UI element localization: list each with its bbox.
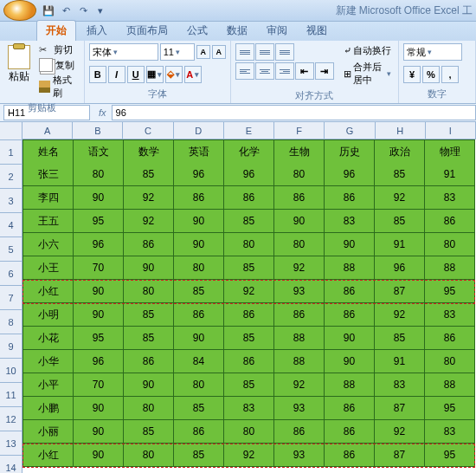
cell[interactable]: 85 [224, 256, 274, 280]
column-header[interactable]: E [224, 122, 274, 139]
row-header[interactable]: 4 [0, 213, 23, 237]
cell[interactable]: 小王 [23, 256, 74, 280]
cell[interactable]: 85 [224, 327, 274, 350]
font-name-combo[interactable]: 宋体 [89, 43, 158, 61]
align-middle-button[interactable] [255, 43, 274, 61]
cell[interactable]: 86 [124, 350, 174, 373]
tab-1[interactable]: 插入 [78, 21, 116, 41]
underline-button[interactable]: U [127, 66, 145, 83]
cell[interactable]: 90 [74, 280, 124, 303]
cell[interactable]: 88 [425, 373, 475, 397]
row-header[interactable]: 7 [0, 286, 23, 310]
cell[interactable]: 80 [224, 233, 274, 256]
row-header[interactable]: 11 [0, 383, 23, 407]
cell[interactable]: 小鹏 [23, 397, 74, 420]
cell[interactable]: 91 [375, 350, 425, 373]
cell[interactable]: 83 [425, 420, 475, 444]
cell[interactable]: 85 [124, 420, 174, 444]
cell[interactable]: 83 [425, 303, 475, 327]
cell[interactable]: 88 [325, 373, 375, 397]
wrap-text-button[interactable]: ⤶自动换行 [340, 42, 395, 59]
cell[interactable]: 85 [174, 280, 224, 303]
cell[interactable]: 李四 [23, 186, 74, 210]
align-center-button[interactable] [255, 62, 274, 80]
cell[interactable]: 84 [174, 350, 224, 373]
cell[interactable]: 86 [174, 303, 224, 327]
cell[interactable]: 80 [174, 256, 224, 280]
fx-icon[interactable]: fx [93, 107, 112, 118]
fill-color-button[interactable]: ⬙ [165, 66, 183, 83]
cell[interactable]: 91 [375, 233, 425, 256]
redo-icon[interactable]: ↷ [76, 3, 90, 17]
format-painter-button[interactable]: 格式刷 [36, 73, 80, 100]
cell[interactable]: 85 [174, 397, 224, 420]
cell[interactable]: 92 [375, 420, 425, 444]
shrink-font-button[interactable]: A [212, 45, 226, 59]
cell[interactable]: 小华 [23, 350, 74, 373]
cell[interactable]: 85 [124, 303, 174, 327]
column-header[interactable]: I [426, 122, 476, 139]
cell[interactable]: 93 [274, 444, 325, 467]
cell[interactable]: 96 [74, 350, 124, 373]
cell[interactable]: 80 [274, 233, 325, 256]
tab-2[interactable]: 页面布局 [118, 21, 177, 41]
cell[interactable]: 86 [274, 186, 325, 210]
number-format-combo[interactable]: 常规 [403, 43, 462, 61]
cell[interactable]: 86 [224, 350, 274, 373]
cell[interactable]: 95 [425, 397, 475, 420]
align-left-button[interactable] [235, 62, 254, 80]
row-header[interactable]: 9 [0, 334, 23, 359]
cell[interactable]: 90 [74, 420, 124, 444]
cell[interactable]: 90 [74, 444, 124, 467]
cell[interactable]: 85 [375, 327, 425, 350]
cell[interactable]: 83 [325, 210, 375, 233]
percent-button[interactable]: % [422, 66, 440, 83]
border-button[interactable]: ▦ [146, 66, 164, 83]
cell[interactable]: 85 [224, 210, 274, 233]
column-header[interactable]: G [325, 122, 375, 139]
cell[interactable]: 85 [124, 163, 174, 186]
row-header[interactable]: 13 [0, 431, 23, 456]
select-all-corner[interactable] [0, 122, 23, 140]
cell[interactable]: 86 [325, 420, 375, 444]
cell[interactable]: 90 [274, 210, 325, 233]
column-header[interactable]: B [73, 122, 123, 139]
cell[interactable]: 80 [425, 350, 475, 373]
cell[interactable]: 英语 [174, 139, 224, 164]
cell[interactable]: 95 [425, 444, 475, 467]
cell[interactable]: 姓名 [23, 139, 74, 164]
column-header[interactable]: D [174, 122, 224, 139]
tab-6[interactable]: 视图 [298, 21, 336, 41]
cell[interactable]: 历史 [325, 139, 375, 164]
cell[interactable]: 86 [325, 303, 375, 327]
cell[interactable]: 92 [124, 210, 174, 233]
row-header[interactable]: 12 [0, 407, 23, 431]
cell[interactable]: 70 [74, 373, 124, 397]
currency-button[interactable]: ¥ [403, 66, 421, 83]
row-header[interactable]: 1 [0, 140, 23, 165]
cell[interactable]: 86 [425, 327, 475, 350]
grow-font-button[interactable]: A [196, 45, 210, 59]
cell[interactable]: 85 [375, 163, 425, 186]
cell[interactable]: 80 [425, 233, 475, 256]
cell[interactable]: 86 [174, 186, 224, 210]
cell[interactable]: 88 [425, 256, 475, 280]
cell[interactable]: 90 [325, 233, 375, 256]
save-icon[interactable]: 💾 [42, 3, 55, 17]
cell[interactable]: 86 [274, 420, 325, 444]
cell[interactable]: 87 [375, 397, 425, 420]
cell[interactable]: 87 [375, 444, 425, 467]
cell[interactable]: 92 [375, 303, 425, 327]
cell[interactable]: 93 [274, 397, 325, 420]
align-right-button[interactable] [275, 62, 294, 80]
cell[interactable]: 92 [274, 256, 325, 280]
cell[interactable]: 85 [124, 327, 174, 350]
cell[interactable]: 86 [224, 303, 274, 327]
cell[interactable]: 88 [325, 256, 375, 280]
tab-3[interactable]: 公式 [178, 21, 216, 41]
align-bottom-button[interactable] [275, 43, 294, 61]
cell[interactable]: 83 [224, 397, 274, 420]
cell[interactable]: 92 [224, 280, 274, 303]
cut-button[interactable]: ✂剪切 [36, 42, 80, 57]
cell[interactable]: 90 [74, 397, 124, 420]
